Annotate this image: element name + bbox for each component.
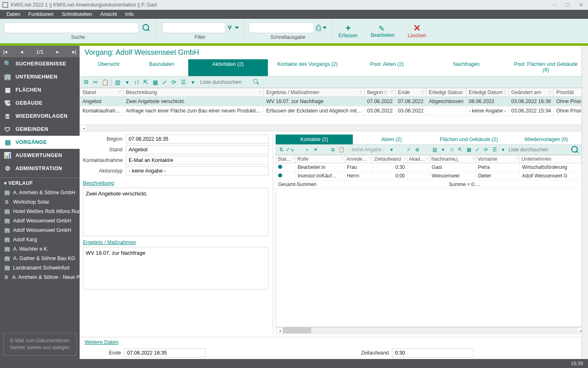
chevron-down-icon[interactable]: ▾ [439,146,447,153]
sidebar-item-gemeinden[interactable]: 🛡GEMEINDEN [0,123,80,136]
sidebar-item-gebäude[interactable]: 🏗GEBÄUDE [0,96,80,110]
chevron-down-icon[interactable]: ▾ [388,146,395,153]
sidebar-item-vorgänge[interactable]: ▤VORGÄNGE [0,136,80,149]
tab-0[interactable]: Übersicht [82,59,135,76]
table-row[interactable]: Investor:in/Käuf…Herrn0:00WeissenseelDie… [276,172,585,180]
table-row[interactable]: Kontaktaufnah…Anfrage nach einer Fläche … [80,106,588,116]
sort-icon[interactable]: ↕⁞ [132,78,140,86]
col-header[interactable]: Beschreibung▽ [123,88,264,97]
globe-icon[interactable]: ⊕ [414,146,421,153]
quickprint-input[interactable] [249,22,314,33]
nav-prev-button[interactable]: ◂ [20,49,23,55]
chevron-down-icon[interactable]: ▾ [123,78,131,86]
history-item[interactable]: 🏢A. Gather & Söhne Bau KG [0,254,80,263]
table-icon[interactable]: ▦ [151,78,159,86]
col-header[interactable]: Zeitaufwand▽ [372,155,407,163]
close-button[interactable]: ✕ [579,2,583,8]
history-item[interactable]: 🏢A. Amrhein & Söhne GmbH [0,188,80,197]
history-item[interactable]: 🏢Landratsamt Schweinfurt [0,263,80,272]
zeit-field[interactable] [392,348,474,357]
menu-funktionen[interactable]: Funktionen [24,11,58,17]
col-header[interactable]: Akad…▽ [407,155,430,163]
history-item[interactable]: 🏢Hotel Weißes Roß Alfons Rudl… [0,206,80,216]
filter-icon[interactable]: ▽ [390,90,394,94]
maximize-button[interactable]: ☐ [566,2,570,8]
col-header[interactable]: Erledigt Status▽ [426,88,466,97]
tab-2[interactable]: Aktivitäten (2) [188,59,268,76]
col-header[interactable]: Beginn▽▽ [365,88,396,97]
grid-hscroll[interactable]: ◂ ▸ [80,125,587,131]
col-header[interactable]: Erledigt Datum▽ [466,88,508,97]
apply-icon[interactable]: ✓ [405,146,412,153]
col-header[interactable]: Ende▽ [395,88,426,97]
list-search-input[interactable] [198,78,251,86]
columns-icon[interactable]: ▥ [431,146,438,153]
stand-field[interactable] [126,145,269,154]
filter-icon[interactable]: ▽ [516,157,519,161]
filter-icon[interactable]: ▽ [461,90,464,94]
filter-icon[interactable]: ▽ [403,157,406,161]
weitere-header[interactable]: Weitere Daten [85,339,118,345]
col-header[interactable]: Stand▽ [80,88,123,97]
subgrid-hscroll[interactable]: ◂ ▸ [276,327,584,334]
contacts-grid[interactable]: Stat…▽Rolle▽Anrede…▽Zeitaufwand▽Akad…▽Na… [276,155,585,189]
remove-icon[interactable]: ✕ [312,146,319,153]
link-icon[interactable]: ⇅ [278,146,285,153]
refresh-icon[interactable]: ⟳ [170,78,178,86]
edit-button[interactable]: Bearbeiten [364,19,401,43]
right-select[interactable]: - keine Angabe - [346,147,387,153]
beginn-field[interactable] [126,135,269,144]
menu-daten[interactable]: Daten [2,11,24,17]
beschreibung-textarea[interactable] [83,188,269,236]
sub-tab-3[interactable]: Wiedervorlagen (0) [508,135,585,144]
list-search-button[interactable] [252,78,261,86]
list-icon[interactable]: ☰ [491,146,498,153]
col-header[interactable]: Geändert am▽ [508,88,553,97]
right-search-button[interactable] [571,146,579,153]
filter-icon[interactable]: ▽ [292,157,294,161]
capture-button[interactable]: + Erfassen [332,19,364,43]
expand-icon[interactable]: ⤢ [160,78,169,86]
history-item[interactable]: 🏢Adolf Karg [0,235,80,244]
filter-icon[interactable]: ▽ [425,157,428,161]
menu-ansicht[interactable]: Ansicht [96,11,121,17]
history-item[interactable]: 🏢Adolf Weissenseel GmbH [0,225,80,235]
ergebnis-textarea[interactable] [83,247,269,289]
sub-tab-2[interactable]: Flächen und Gebäude (2) [430,135,508,144]
history-item[interactable]: 🗎A. Amrhein & Söhne - Neue Pr… [0,272,80,282]
email-dropzone[interactable]: E-Mail zum Dokumentieren hierher ziehen … [3,333,76,356]
filter-icon[interactable]: ▽ [258,90,262,94]
tab-6[interactable]: Pool: Flächen und Gebäude (8) [506,59,586,76]
check-icon[interactable]: ✓↘ [286,146,294,153]
expand-icon[interactable]: ⤢ [474,146,481,153]
history-item[interactable]: 🏢Adolf Weissenseel GmbH [0,216,80,225]
table-icon[interactable]: ▦ [465,146,472,153]
tab-3[interactable]: Kontakte des Vorgangs (2) [268,59,347,76]
menu-schnittstellen[interactable]: Schnittstellen [58,11,96,17]
quickprint-button[interactable] [316,22,327,34]
col-header[interactable]: Stat…▽ [276,155,296,163]
tab-1[interactable]: Basisdaten [135,59,188,76]
col-header[interactable]: Vorname▽ [476,155,520,163]
history-item[interactable]: 🏢A. Wachter e.K. [0,244,80,254]
sort-icon[interactable]: ↕⁞ [448,146,455,153]
content-vscroll[interactable] [581,46,588,359]
copy-icon[interactable]: ⧉ [329,146,336,153]
col-header[interactable]: Nachname△▽ [430,155,476,163]
filter-icon[interactable]: ▽ [359,90,363,94]
sub-tab-0[interactable]: Kontakte (2) [276,135,353,144]
filter-icon[interactable]: ▽ [548,90,552,94]
nav-next-button[interactable]: ▸ [56,49,59,55]
table-row[interactable]: AngebotZwei Angebote verschickt.WV 18.07… [80,97,588,106]
sidebar-item-flächen[interactable]: ▦FLÄCHEN [0,83,80,96]
aktion-field[interactable] [126,166,269,175]
filter-icon[interactable]: ▽ [503,90,507,94]
filter-icon[interactable]: ▽ [369,157,372,161]
columns-icon[interactable]: ▥ [114,78,122,86]
chevron-down-icon[interactable]: ▾ [499,146,507,153]
refresh-icon[interactable]: ⟳ [482,146,490,153]
add-icon[interactable]: ＋ [303,146,311,153]
filter-icon[interactable]: ▽ [421,90,424,94]
sidebar-item-auswertungen[interactable]: 📊AUSWERTUNGEN [0,149,80,162]
activities-grid[interactable]: Stand▽Beschreibung▽Ergebnis / Maßnahmen▽… [80,88,588,116]
